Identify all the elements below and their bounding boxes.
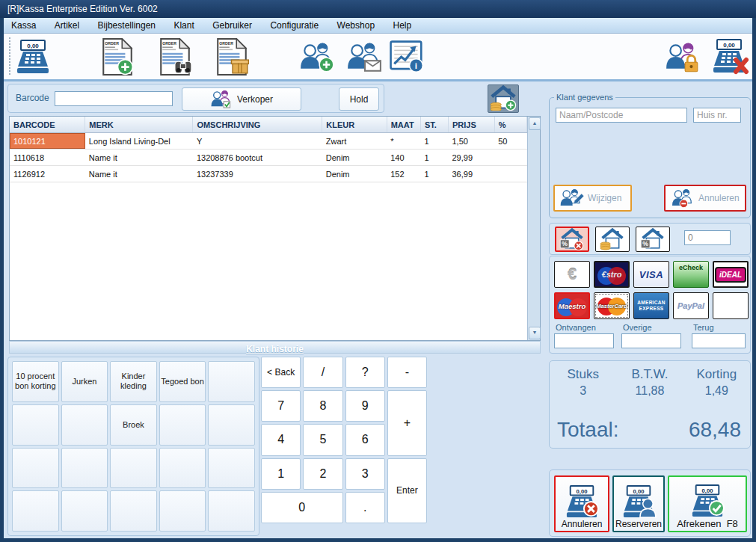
- cell[interactable]: 152: [387, 166, 420, 182]
- statistics-button[interactable]: i: [388, 38, 427, 76]
- cell-barcode-selected[interactable]: 1010121: [10, 133, 85, 150]
- col-percent[interactable]: %: [494, 117, 526, 133]
- cell[interactable]: *: [387, 133, 420, 150]
- cell[interactable]: 13237339: [193, 166, 322, 182]
- numpad-question[interactable]: ?: [345, 357, 385, 388]
- numpad-plus[interactable]: +: [387, 390, 427, 455]
- quick-button-empty[interactable]: [12, 490, 59, 532]
- numpad-3[interactable]: 3: [345, 458, 385, 490]
- numpad-5[interactable]: 5: [303, 424, 342, 455]
- pay-maestro-euro-button[interactable]: €stro: [594, 261, 630, 288]
- numpad-7[interactable]: 7: [261, 390, 301, 422]
- quick-button-empty[interactable]: [12, 448, 59, 489]
- quick-button-empty[interactable]: [12, 404, 59, 446]
- cell[interactable]: 1110618: [10, 150, 85, 166]
- quick-button-empty[interactable]: [110, 448, 157, 489]
- verkoper-button[interactable]: Verkoper: [182, 87, 301, 111]
- barcode-input[interactable]: [55, 91, 173, 106]
- table-row[interactable]: 1010121 Long Island Living-Del Y Zwart *…: [10, 133, 527, 150]
- col-kleur[interactable]: KLEUR: [322, 117, 387, 133]
- numpad-minus[interactable]: -: [387, 357, 427, 388]
- table-row[interactable]: 1126912 Name it 13237339 Denim 152 1 36,…: [10, 166, 527, 182]
- pay-ideal-button[interactable]: iDEAL: [713, 261, 749, 288]
- quick-button-korting[interactable]: 10 procent bon korting: [12, 361, 59, 402]
- pay-amex-button[interactable]: AMERICAN EXPRESS: [633, 292, 669, 319]
- remove-discount-button[interactable]: %: [555, 227, 589, 252]
- pay-echeck-button[interactable]: eCheck: [673, 261, 709, 288]
- col-prijs[interactable]: PRIJS: [448, 117, 494, 133]
- store-add-button[interactable]: [488, 84, 519, 113]
- hold-button[interactable]: Hold: [339, 87, 379, 111]
- quick-button-empty[interactable]: [61, 404, 108, 446]
- pay-maestro-button[interactable]: Maestro: [554, 292, 590, 319]
- quick-button-empty[interactable]: [159, 448, 206, 489]
- quick-button-empty[interactable]: [61, 490, 108, 532]
- cell[interactable]: 36,99: [448, 166, 494, 182]
- col-barcode[interactable]: BARCODE: [10, 117, 85, 133]
- cell[interactable]: Name it: [85, 166, 193, 182]
- search-order-button[interactable]: ORDER: [156, 38, 194, 76]
- quick-button-empty[interactable]: [159, 404, 206, 446]
- table-scrollbar[interactable]: ▲ ▼: [527, 117, 540, 340]
- numpad-4[interactable]: 4: [261, 424, 301, 455]
- scroll-up-arrow[interactable]: ▲: [529, 117, 541, 130]
- menu-gebruiker[interactable]: Gebruiker: [205, 18, 259, 33]
- overige-input[interactable]: [621, 333, 681, 348]
- quick-button-empty[interactable]: [159, 490, 206, 532]
- quick-button-broek[interactable]: Broek: [110, 404, 157, 446]
- scroll-down-arrow[interactable]: ▼: [529, 327, 541, 339]
- wijzigen-button[interactable]: Wijzigen: [553, 185, 632, 212]
- pay-blank-button[interactable]: [713, 292, 749, 319]
- annuleren-button[interactable]: 0,00 Annuleren: [554, 475, 609, 532]
- cell[interactable]: Zwart: [322, 133, 387, 150]
- reserveren-button[interactable]: 0,00 Reserveren: [612, 475, 665, 532]
- numpad-8[interactable]: 8: [303, 390, 342, 422]
- numpad-dot[interactable]: .: [345, 492, 385, 523]
- cell[interactable]: 1: [420, 166, 448, 182]
- pay-mastercard-button[interactable]: MasterCard: [594, 292, 630, 319]
- numpad-2[interactable]: 2: [303, 458, 342, 490]
- col-maat[interactable]: MAAT: [387, 117, 420, 133]
- new-order-button[interactable]: ORDER: [98, 38, 137, 76]
- cell[interactable]: 1: [420, 133, 448, 150]
- col-st[interactable]: ST.: [420, 117, 448, 133]
- open-register-button[interactable]: 0,00: [13, 38, 52, 76]
- menu-bijbestellingen[interactable]: Bijbestellingen: [90, 18, 163, 33]
- naam-postcode-input[interactable]: [556, 108, 687, 123]
- quick-button-empty[interactable]: [110, 490, 157, 532]
- cell[interactable]: 13208876 bootcut: [193, 150, 322, 166]
- menu-klant[interactable]: Klant: [166, 18, 201, 33]
- cell[interactable]: 29,99: [448, 150, 494, 166]
- numpad-6[interactable]: 6: [345, 424, 385, 455]
- menu-webshop[interactable]: Webshop: [330, 18, 382, 33]
- cell[interactable]: Denim: [322, 166, 387, 182]
- numpad-enter[interactable]: Enter: [387, 458, 427, 523]
- terug-input[interactable]: [692, 333, 746, 348]
- huis-nr-input[interactable]: [693, 108, 741, 123]
- cell[interactable]: 1126912: [10, 166, 85, 182]
- cell[interactable]: Denim: [322, 150, 387, 166]
- quick-button-empty[interactable]: [61, 448, 108, 489]
- numpad-slash[interactable]: /: [303, 357, 342, 388]
- klant-annuleren-button[interactable]: Annuleren: [664, 185, 746, 212]
- menu-artikel[interactable]: Artikel: [47, 18, 87, 33]
- numpad-1[interactable]: 1: [261, 458, 301, 490]
- email-customer-button[interactable]: [345, 38, 384, 76]
- ontvangen-input[interactable]: [554, 333, 614, 348]
- cell[interactable]: [494, 150, 526, 166]
- afrekenen-button[interactable]: 0,00 Afrekenen F8: [668, 475, 747, 532]
- menu-help[interactable]: Help: [386, 18, 420, 33]
- cell[interactable]: 50: [494, 133, 526, 150]
- pay-paypal-button[interactable]: PayPal: [673, 292, 709, 319]
- order-package-button[interactable]: ORDER: [212, 38, 251, 76]
- quick-button-empty[interactable]: [208, 490, 255, 532]
- pay-cash-euro-button[interactable]: €: [554, 261, 590, 288]
- menu-kassa[interactable]: Kassa: [4, 18, 43, 33]
- quick-button-jurken[interactable]: Jurken: [61, 361, 108, 402]
- cell[interactable]: Long Island Living-Del: [85, 133, 193, 150]
- numpad-9[interactable]: 9: [345, 390, 385, 422]
- toolbar-drag-handle[interactable]: [9, 37, 10, 75]
- close-register-button[interactable]: 0,00: [708, 38, 752, 76]
- cell[interactable]: 1: [420, 150, 448, 166]
- numpad-back[interactable]: < Back: [261, 357, 301, 388]
